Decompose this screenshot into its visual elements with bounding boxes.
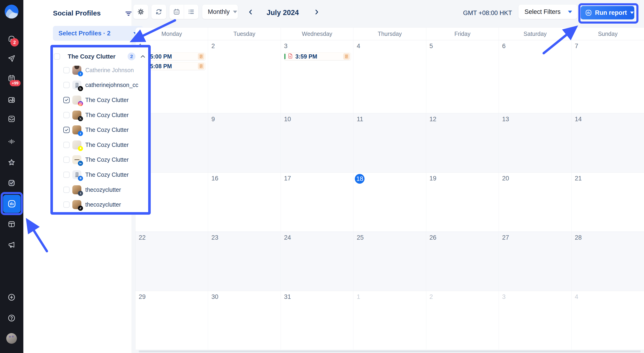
previous-month-button[interactable] (246, 7, 256, 17)
view-period-dropdown[interactable]: Monthly (202, 5, 238, 19)
profile-list-item[interactable]: thecozyclutter (53, 197, 148, 212)
calendar-day-cell[interactable]: 19 (426, 173, 499, 232)
select-filters-dropdown[interactable]: Select Filters (518, 5, 577, 19)
calendar-day-cell[interactable]: 17 (281, 173, 354, 232)
profile-list-item[interactable]: catherinejohnson_cc (53, 78, 148, 93)
sidebar-help-button[interactable] (3, 310, 20, 326)
calendar-day-cell[interactable]: 14 (572, 113, 644, 173)
calendar-day-cell[interactable]: 13 (499, 113, 572, 173)
calendar-day-cell[interactable]: 24 (281, 232, 354, 291)
calendar-day-cell[interactable]: 30 (208, 291, 280, 349)
user-avatar[interactable] (3, 330, 20, 347)
calendar-day-cell[interactable]: 25 (354, 232, 426, 291)
date-number: 21 (575, 175, 582, 182)
date-number: 10 (284, 116, 291, 123)
date-number: 3 (284, 43, 288, 50)
scheduled-report-event[interactable]: 3:59 PM (284, 53, 351, 60)
calendar-day-cell[interactable]: 28 (572, 232, 644, 291)
chevron-up-icon[interactable] (140, 53, 146, 60)
sidebar-item-media[interactable] (3, 92, 20, 108)
profile-list-item[interactable]: The Cozy Clutter (53, 108, 148, 123)
sidebar-item-reports[interactable] (3, 195, 20, 213)
profile-list-item[interactable]: Catherine Johnson (53, 63, 148, 78)
profile-group-row[interactable]: The Cozy Clutter 2 (53, 50, 148, 63)
calendar-day-cell[interactable]: 23 (208, 232, 280, 291)
profile-name: The Cozy Clutter (85, 112, 129, 118)
calendar-settings-button[interactable] (134, 5, 148, 19)
sidebar-item-tasks[interactable] (3, 175, 20, 191)
checkbox-checked[interactable] (63, 97, 70, 103)
calendar-day-cell[interactable]: 2 (426, 291, 499, 349)
sidebar-item-inbox[interactable] (3, 111, 20, 127)
threads-icon (78, 86, 83, 91)
profile-list-item[interactable]: The Cozy Clutter (53, 122, 148, 137)
calendar-day-cell[interactable]: 29 (136, 291, 208, 349)
calendar-day-cell[interactable]: 18 (354, 173, 426, 232)
date-number: 28 (575, 234, 582, 241)
horizontal-scrollbar[interactable] (139, 350, 641, 352)
calendar-day-cell[interactable]: 26 (426, 232, 499, 291)
refresh-button[interactable] (152, 5, 166, 19)
vista-social-logo[interactable] (4, 5, 18, 19)
profile-list-item[interactable]: The Cozy Clutter (53, 152, 148, 167)
profile-list-item[interactable]: The Cozy Clutter (53, 93, 148, 108)
select-profiles-dropdown[interactable]: Select Profiles · 2 (53, 26, 143, 41)
calendar-day-cell[interactable]: 31 (281, 291, 354, 349)
calendar-day-cell[interactable]: 10 (281, 113, 354, 173)
calendar-day-cell[interactable]: 6 (499, 40, 572, 113)
profile-list-item[interactable]: The Cozy Clutter (53, 167, 148, 182)
panel-title: Social Profiles (53, 9, 101, 17)
calendar-day-cell[interactable]: 3 (499, 291, 572, 349)
checkbox-unchecked[interactable] (63, 112, 70, 118)
profile-list-item[interactable]: thecozyclutter (53, 182, 148, 197)
calendar-day-cell[interactable]: 21 (572, 173, 644, 232)
sidebar-item-publish[interactable] (3, 50, 20, 67)
calendar-day-cell[interactable]: 33:59 PM (281, 40, 354, 113)
checkbox-unchecked[interactable] (63, 172, 70, 178)
sidebar-item-reviews[interactable] (3, 154, 20, 171)
calendar-day-cell[interactable]: 27 (499, 232, 572, 291)
checkbox-unchecked[interactable] (63, 201, 70, 208)
calendar-day-cell[interactable]: 2 (208, 40, 280, 113)
day-header: Monday (136, 28, 208, 40)
checkbox-unchecked[interactable] (63, 82, 70, 88)
checkbox-checked[interactable] (63, 127, 70, 133)
checkbox-unchecked[interactable] (63, 187, 70, 193)
x-twitter-icon (78, 116, 83, 121)
profile-avatar (72, 111, 81, 120)
calendar-view-icon[interactable] (170, 5, 184, 19)
calendar-day-cell[interactable]: 7 (572, 40, 644, 113)
list-view-icon[interactable] (184, 5, 198, 19)
report-chart-icon (585, 9, 592, 17)
date-number: 22 (139, 234, 146, 241)
chevron-down-icon (568, 11, 572, 13)
calendar-day-cell[interactable]: 1 (354, 291, 426, 349)
group-checkbox[interactable] (54, 54, 60, 60)
date-number: 17 (284, 175, 291, 182)
sidebar-add-button[interactable] (3, 289, 20, 305)
calendar-day-cell[interactable]: 4 (572, 291, 644, 349)
calendar-day-cell[interactable]: 11 (354, 113, 426, 173)
checkbox-unchecked[interactable] (63, 157, 70, 163)
date-number: 23 (211, 234, 218, 241)
sidebar-item-listening[interactable] (3, 133, 20, 150)
profile-avatar (72, 96, 81, 105)
checkbox-unchecked[interactable] (63, 142, 70, 148)
checkbox-unchecked[interactable] (63, 67, 70, 73)
next-month-button[interactable] (312, 7, 322, 17)
calendar-day-cell[interactable]: 22 (136, 232, 208, 291)
profile-name: The Cozy Clutter (85, 156, 129, 163)
run-report-button[interactable]: Run report (581, 6, 634, 20)
calendar-day-cell[interactable]: 4 (354, 40, 426, 113)
calendar-day-cell[interactable]: 20 (499, 173, 572, 232)
calendar-day-cell[interactable]: 12 (426, 113, 499, 173)
profile-name: thecozyclutter (85, 186, 121, 193)
profile-list-item[interactable]: The Cozy Clutter (53, 137, 148, 152)
sidebar-item-boards[interactable] (3, 216, 20, 232)
calendar-day-cell[interactable]: 9 (208, 113, 280, 173)
filter-icon[interactable] (124, 10, 132, 18)
sidebar-item-advocacy[interactable] (3, 236, 20, 253)
calendar-day-cell[interactable]: 16 (208, 173, 280, 232)
timezone-label: GMT +08:00 HKT (461, 10, 512, 17)
calendar-day-cell[interactable]: 5 (426, 40, 499, 113)
